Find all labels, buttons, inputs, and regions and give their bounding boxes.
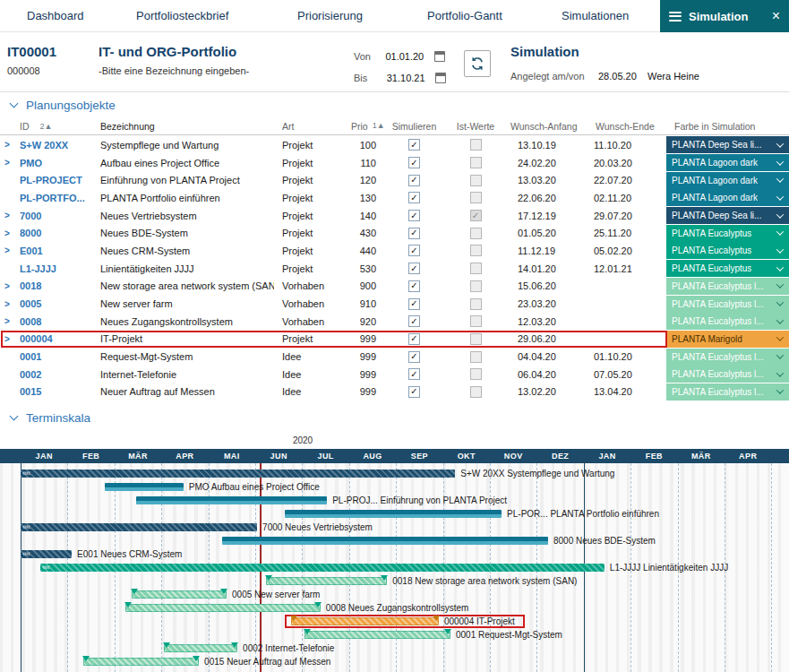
color-select[interactable]: PLANTA Deep Sea li... xyxy=(666,136,789,153)
gantt-bar[interactable] xyxy=(136,496,327,504)
actuals-checkbox[interactable] xyxy=(470,263,482,274)
bis-date-field[interactable]: 31.10.21 xyxy=(387,73,425,83)
color-select[interactable]: PLANTA Lagoon dark xyxy=(666,154,789,171)
simulate-checkbox[interactable]: ✓ xyxy=(408,263,420,274)
tab-portfolio-gantt[interactable]: Portfolio-Gantt xyxy=(427,0,502,32)
actuals-checkbox[interactable] xyxy=(470,386,482,398)
color-select[interactable]: PLANTA Eucalyptus l... xyxy=(666,349,789,366)
col-art[interactable]: Art xyxy=(274,121,344,132)
expand-chevron-icon[interactable]: > xyxy=(0,316,14,326)
simulate-checkbox[interactable]: ✓ xyxy=(408,228,420,239)
col-prio[interactable]: Prio 1▲ xyxy=(344,121,380,132)
tab-simulation-active[interactable]: Simulation × xyxy=(660,0,789,32)
color-select[interactable]: PLANTA Eucalyptus l... xyxy=(666,278,789,295)
actuals-checkbox[interactable] xyxy=(470,298,482,310)
actuals-checkbox[interactable] xyxy=(470,351,482,363)
actuals-checkbox[interactable] xyxy=(470,175,482,186)
row-id[interactable]: S+W 20XX xyxy=(14,140,90,151)
row-id[interactable]: 8000 xyxy=(14,228,90,238)
gantt-bar[interactable]: «« xyxy=(21,523,257,531)
simulate-checkbox[interactable]: ✓ xyxy=(408,315,420,327)
tab-dashboard[interactable]: Dashboard xyxy=(27,0,84,32)
actuals-checkbox[interactable]: ✓ xyxy=(470,210,482,221)
actuals-checkbox[interactable] xyxy=(470,315,482,327)
gantt-bar[interactable] xyxy=(83,658,199,666)
section-planungsobjekte[interactable]: Planungsobjekte xyxy=(0,95,789,115)
col-simulieren[interactable]: Simulieren xyxy=(380,121,449,132)
col-bezeichnung[interactable]: Bezeichnung xyxy=(90,121,274,132)
section-terminskala[interactable]: Terminskala xyxy=(0,408,789,427)
actuals-checkbox[interactable] xyxy=(470,333,482,345)
actuals-checkbox[interactable] xyxy=(470,157,482,168)
simulate-checkbox[interactable]: ✓ xyxy=(408,368,420,380)
color-select[interactable]: PLANTA Deep Sea li... xyxy=(666,207,789,224)
gantt-bar[interactable] xyxy=(164,644,237,652)
row-id[interactable]: 0015 xyxy=(14,386,90,397)
actuals-checkbox[interactable] xyxy=(470,228,482,239)
simulate-checkbox[interactable]: ✓ xyxy=(408,298,420,310)
row-id[interactable]: 7000 xyxy=(14,211,90,221)
gantt-bar[interactable]: «« xyxy=(40,564,605,572)
simulate-checkbox[interactable]: ✓ xyxy=(408,192,420,203)
row-id[interactable]: L1-JJJJ xyxy=(14,263,90,274)
expand-chevron-icon[interactable]: > xyxy=(0,281,14,291)
tab-simulationen[interactable]: Simulationen xyxy=(562,0,629,32)
color-select[interactable]: PLANTA Eucalyptus xyxy=(666,242,789,259)
gantt-bar[interactable] xyxy=(285,510,502,518)
col-id[interactable]: ID 2▲ xyxy=(14,121,90,132)
gantt-bar[interactable] xyxy=(105,483,184,491)
von-date-field[interactable]: 01.01.20 xyxy=(385,51,424,62)
row-id[interactable]: PL-PORTFO... xyxy=(14,193,90,203)
color-select[interactable]: PLANTA Marigold xyxy=(666,331,789,348)
color-select[interactable]: PLANTA Eucalyptus l... xyxy=(666,383,789,401)
row-id[interactable]: 0005 xyxy=(14,298,90,309)
expand-chevron-icon[interactable]: > xyxy=(0,228,14,238)
color-select[interactable]: PLANTA Lagoon dark xyxy=(666,172,789,189)
tab-portfoliosteckbrief[interactable]: Portfoliosteckbrief xyxy=(136,0,228,32)
row-id[interactable]: 0018 xyxy=(14,280,90,291)
actuals-checkbox[interactable] xyxy=(470,192,482,203)
gantt-bar[interactable] xyxy=(125,604,321,612)
expand-chevron-icon[interactable]: > xyxy=(0,140,14,150)
row-id[interactable]: PMO xyxy=(14,158,90,168)
simulate-checkbox[interactable]: ✓ xyxy=(408,210,420,221)
expand-chevron-icon[interactable]: > xyxy=(0,246,14,255)
row-id[interactable]: 000004 xyxy=(14,333,90,344)
calendar-icon[interactable] xyxy=(435,73,446,83)
gantt-bar[interactable]: «« xyxy=(21,470,455,478)
col-wunsch-anfang[interactable]: Wunsch-Anfang xyxy=(502,121,583,132)
gantt-bar[interactable] xyxy=(304,631,450,639)
portfolio-subtitle[interactable]: -Bitte eine Bezeichnung eingeben- xyxy=(99,65,249,76)
actuals-checkbox[interactable] xyxy=(470,139,482,151)
calendar-icon[interactable] xyxy=(434,51,445,62)
col-ist-werte[interactable]: Ist-Werte xyxy=(449,121,502,132)
simulate-checkbox[interactable]: ✓ xyxy=(408,157,420,168)
gantt-bar[interactable] xyxy=(222,537,548,545)
simulate-checkbox[interactable]: ✓ xyxy=(408,351,420,363)
gantt-bar[interactable] xyxy=(291,617,439,625)
col-farbe[interactable]: Farbe in Simulation xyxy=(666,121,789,132)
close-icon[interactable]: × xyxy=(772,9,780,23)
row-id[interactable]: PL-PROJECT xyxy=(14,175,90,185)
simulate-checkbox[interactable]: ✓ xyxy=(408,139,420,151)
row-id[interactable]: E001 xyxy=(14,246,90,256)
color-select[interactable]: PLANTA Eucalyptus l... xyxy=(666,366,789,383)
row-id[interactable]: 0002 xyxy=(14,369,90,380)
simulate-checkbox[interactable]: ✓ xyxy=(408,245,420,256)
refresh-button[interactable] xyxy=(464,50,491,77)
color-select[interactable]: PLANTA Lagoon dark xyxy=(666,189,789,206)
simulate-checkbox[interactable]: ✓ xyxy=(408,175,420,186)
row-id[interactable]: 0008 xyxy=(14,316,90,327)
color-select[interactable]: PLANTA Eucalyptus xyxy=(666,260,789,277)
color-select[interactable]: PLANTA Eucalyptus l... xyxy=(666,313,789,330)
actuals-checkbox[interactable] xyxy=(470,368,482,380)
menu-icon[interactable] xyxy=(669,12,682,22)
actuals-checkbox[interactable] xyxy=(470,280,482,292)
simulate-checkbox[interactable]: ✓ xyxy=(408,333,420,345)
tab-priorisierung[interactable]: Priorisierung xyxy=(297,0,363,32)
color-select[interactable]: PLANTA Eucalyptus xyxy=(666,225,789,242)
expand-chevron-icon[interactable]: > xyxy=(0,299,14,309)
expand-chevron-icon[interactable]: > xyxy=(0,158,14,168)
simulate-checkbox[interactable]: ✓ xyxy=(408,386,420,398)
row-id[interactable]: 0001 xyxy=(14,351,90,362)
